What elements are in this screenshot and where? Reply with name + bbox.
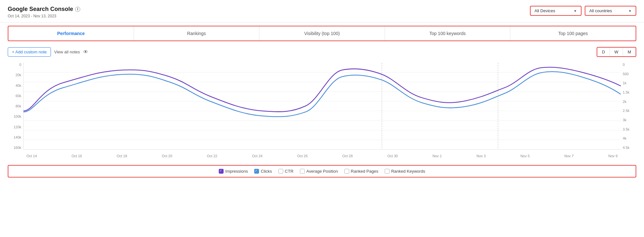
time-period-buttons: D W M (597, 47, 636, 57)
impressions-checkbox[interactable] (219, 169, 224, 174)
devices-dropdown[interactable]: All Devices ▼ (530, 6, 582, 16)
x-label: Oct 22 (207, 154, 217, 158)
y-label: 0 (19, 63, 21, 67)
clicks-line (24, 72, 621, 117)
chart-container: 160k 140k 120k 100k 80k 60k 40k 20k 0 4.… (8, 63, 636, 162)
ctr-checkbox[interactable] (278, 169, 283, 174)
chevron-down-icon: ▼ (573, 9, 577, 13)
x-label: Oct 26 (297, 154, 307, 158)
y-label-right: 1k (623, 81, 627, 85)
legend-item-ranked-keywords: Ranked Keywords (385, 169, 425, 174)
y-label: 100k (14, 114, 21, 118)
impressions-line (24, 67, 621, 112)
date-range: Oct 14, 2023 - Nov 13, 2023 (8, 14, 80, 18)
add-custom-note-button[interactable]: + Add custom note (8, 47, 51, 57)
y-label-right: 0 (623, 63, 625, 67)
legend-label-ranked-keywords: Ranked Keywords (391, 169, 425, 174)
ranked-pages-checkbox[interactable] (344, 169, 349, 174)
legend-bar: Impressions Clicks CTR Average Position … (8, 165, 636, 178)
legend-item-impressions: Impressions (219, 169, 248, 174)
tab-rankings[interactable]: Rankings (134, 26, 260, 41)
countries-dropdown-label: All countries (589, 8, 612, 13)
info-icon[interactable]: ℹ (75, 7, 80, 12)
x-label: Oct 24 (252, 154, 262, 158)
app-title: Google Search Console ℹ (8, 6, 80, 13)
x-axis: Oct 14 Oct 16 Oct 18 Oct 20 Oct 22 Oct 2… (23, 150, 621, 162)
svg-text:G: G (377, 147, 383, 149)
x-label: Nov 3 (476, 154, 486, 158)
y-label: 160k (14, 146, 21, 150)
svg-text:G: G (494, 147, 499, 149)
devices-dropdown-label: All Devices (534, 8, 555, 13)
y-label-right: 2.5k (623, 109, 630, 113)
x-label: Oct 18 (117, 154, 127, 158)
y-label-right: 3k (623, 118, 627, 122)
chart-svg-container: G G (23, 63, 621, 150)
y-axis-left: 160k 140k 120k 100k 80k 60k 40k 20k 0 (8, 63, 23, 150)
y-label: 60k (15, 94, 21, 98)
y-label: 80k (15, 104, 21, 108)
x-label: Nov 9 (608, 154, 618, 158)
y-label: 40k (15, 84, 21, 87)
countries-dropdown[interactable]: All countries ▼ (585, 6, 636, 16)
x-label: Oct 30 (388, 154, 398, 158)
time-btn-m[interactable]: M (623, 48, 636, 56)
legend-label-impressions: Impressions (225, 169, 248, 174)
tab-performance[interactable]: Performance (8, 26, 134, 41)
x-label: Nov 5 (520, 154, 530, 158)
ranked-keywords-checkbox[interactable] (385, 169, 389, 174)
tabs-bar: Performance Rankings Visibility (top 100… (8, 26, 636, 41)
legend-label-ranked-pages: Ranked Pages (351, 169, 378, 174)
y-label-right: 2k (623, 100, 627, 104)
app-title-text: Google Search Console (8, 6, 73, 13)
view-all-notes-button[interactable]: View all notes (54, 50, 80, 54)
legend-item-ranked-pages: Ranked Pages (344, 169, 378, 174)
time-btn-w[interactable]: W (610, 48, 623, 56)
y-axis-right: 4.5k 4k 3.5k 3k 2.5k 2k 1.5k 1k 500 0 (621, 63, 636, 150)
tab-visibility[interactable]: Visibility (top 100) (259, 26, 385, 41)
toolbar: + Add custom note View all notes 👁 D W M (0, 44, 644, 59)
legend-label-clicks: Clicks (261, 169, 272, 174)
y-label-right: 1.5k (623, 90, 630, 94)
toolbar-left: + Add custom note View all notes 👁 (8, 47, 88, 57)
legend-item-avg-position: Average Position (300, 169, 338, 174)
y-label-right: 500 (623, 72, 629, 76)
chart-lines: G G (24, 63, 621, 149)
avg-position-checkbox[interactable] (300, 169, 305, 174)
legend-item-ctr: CTR (278, 169, 293, 174)
tab-top100keywords[interactable]: Top 100 keywords (385, 26, 511, 41)
time-btn-d[interactable]: D (597, 48, 610, 56)
x-label: Oct 20 (162, 154, 172, 158)
header-left: Google Search Console ℹ Oct 14, 2023 - N… (8, 6, 80, 18)
y-label-right: 4k (623, 136, 627, 140)
legend-label-ctr: CTR (285, 169, 293, 174)
y-label: 20k (15, 73, 21, 77)
x-label: Nov 1 (433, 154, 442, 158)
chevron-down-icon: ▼ (628, 9, 632, 13)
y-label: 120k (14, 125, 21, 129)
x-label: Oct 14 (26, 154, 37, 158)
y-label-right: 3.5k (623, 127, 630, 131)
eye-icon[interactable]: 👁 (83, 49, 88, 55)
y-label: 140k (14, 135, 21, 139)
x-label: Oct 16 (72, 154, 82, 158)
header: Google Search Console ℹ Oct 14, 2023 - N… (0, 0, 644, 23)
y-label-right: 4.5k (623, 146, 630, 150)
x-label: Nov 7 (564, 154, 574, 158)
legend-item-clicks: Clicks (254, 169, 272, 174)
clicks-checkbox[interactable] (254, 169, 259, 174)
header-right: All Devices ▼ All countries ▼ (530, 6, 636, 16)
x-label: Oct 28 (342, 154, 352, 158)
tab-top100pages[interactable]: Top 100 pages (510, 26, 636, 41)
legend-label-avg-position: Average Position (306, 169, 338, 174)
chart-area: 160k 140k 120k 100k 80k 60k 40k 20k 0 4.… (0, 59, 644, 162)
